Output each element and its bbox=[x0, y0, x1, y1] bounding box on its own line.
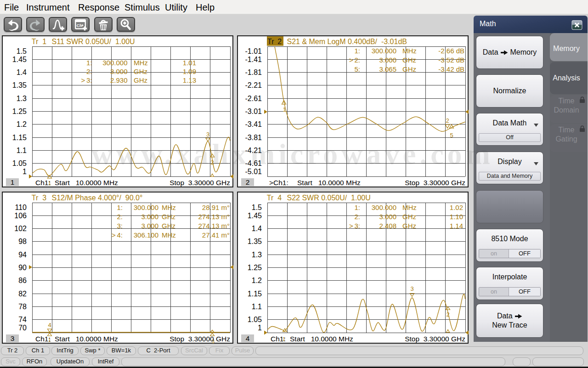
svg-text:1:: 1: bbox=[86, 59, 92, 67]
svg-text:4: 4 bbox=[48, 322, 51, 328]
svg-text:1.13: 1.13 bbox=[183, 76, 196, 84]
svg-text:5:: 5: bbox=[354, 65, 360, 73]
svg-text:-3.52 dB: -3.52 dB bbox=[438, 56, 464, 64]
svg-text:1.5: 1.5 bbox=[252, 204, 262, 211]
svg-text:1.05: 1.05 bbox=[12, 159, 27, 167]
svg-text:1.25: 1.25 bbox=[12, 108, 27, 115]
svg-text:Ch1:: Ch1: bbox=[271, 335, 286, 343]
svg-text:>: > bbox=[349, 56, 353, 64]
svg-text:-2.61: -2.61 bbox=[245, 95, 262, 102]
svg-text:1.2: 1.2 bbox=[17, 120, 27, 128]
svg-text:300.000: 300.000 bbox=[134, 204, 158, 211]
svg-text:S22 SWR 0.050U/ 1.00U: S22 SWR 0.050U/ 1.00U bbox=[287, 194, 371, 202]
svg-text:Start 10.0000 MHz: Start 10.0000 MHz bbox=[297, 179, 361, 187]
svg-text:74: 74 bbox=[18, 316, 27, 323]
svg-text:-2.66 dB: -2.66 dB bbox=[438, 47, 464, 55]
svg-text:2.408: 2.408 bbox=[379, 222, 396, 230]
svg-text:GHz: GHz bbox=[402, 56, 416, 64]
svg-text:27.41 m°: 27.41 m° bbox=[202, 231, 230, 239]
svg-text:90: 90 bbox=[18, 264, 27, 272]
svg-text:Ch1:: Ch1: bbox=[35, 179, 51, 187]
svg-text:1.01: 1.01 bbox=[183, 59, 196, 67]
svg-text:-3.42 dB: -3.42 dB bbox=[438, 65, 464, 73]
svg-text:98: 98 bbox=[18, 238, 27, 245]
svg-text:Stop 3.30000 GHz: Stop 3.30000 GHz bbox=[170, 179, 230, 187]
svg-text:GHz: GHz bbox=[134, 76, 147, 84]
svg-text:1.1: 1.1 bbox=[252, 303, 262, 311]
svg-text:S11 SWR 0.050U/ 1.00U: S11 SWR 0.050U/ 1.00U bbox=[52, 38, 135, 45]
svg-text:Start 10.0000 MHz: Start 10.0000 MHz bbox=[55, 179, 118, 187]
svg-text:1.45: 1.45 bbox=[248, 212, 262, 220]
svg-text:Ch1:: Ch1: bbox=[35, 335, 51, 343]
svg-text:MHz: MHz bbox=[162, 231, 176, 239]
svg-text:1:: 1: bbox=[117, 204, 123, 211]
svg-text:GHz: GHz bbox=[162, 213, 175, 221]
svg-text:1.25: 1.25 bbox=[248, 264, 262, 272]
svg-text:106: 106 bbox=[14, 212, 27, 220]
svg-text:1.05: 1.05 bbox=[248, 316, 262, 323]
svg-text:Start 10.0000 MHz: Start 10.0000 MHz bbox=[55, 335, 118, 343]
svg-text:1.5: 1.5 bbox=[17, 47, 27, 55]
svg-text:>: > bbox=[112, 231, 116, 239]
svg-text:1.15: 1.15 bbox=[12, 134, 27, 142]
svg-text:1:: 1: bbox=[354, 204, 360, 211]
svg-text:GHz: GHz bbox=[402, 222, 416, 230]
svg-text:Tr: Tr bbox=[32, 194, 39, 202]
svg-text:4: 4 bbox=[246, 334, 250, 342]
svg-text:MHz: MHz bbox=[402, 47, 417, 55]
svg-text:1.10: 1.10 bbox=[450, 213, 463, 221]
svg-text:1.15: 1.15 bbox=[248, 290, 262, 298]
svg-text:3: 3 bbox=[206, 131, 209, 138]
svg-text:2:: 2: bbox=[354, 56, 360, 64]
svg-text:94: 94 bbox=[18, 251, 27, 259]
svg-text:3.000: 3.000 bbox=[141, 213, 158, 221]
svg-text:110: 110 bbox=[15, 204, 27, 211]
svg-text:GHz: GHz bbox=[402, 65, 416, 73]
svg-text:1.4: 1.4 bbox=[17, 68, 27, 76]
svg-text:>: > bbox=[349, 222, 353, 230]
svg-text:78: 78 bbox=[18, 303, 27, 311]
svg-text:2.930: 2.930 bbox=[110, 76, 128, 84]
svg-text:3.000: 3.000 bbox=[379, 56, 396, 64]
svg-text:4:: 4: bbox=[117, 231, 123, 239]
svg-text:Stop 3.30000 GHz: Stop 3.30000 GHz bbox=[405, 179, 465, 187]
svg-text:3.000: 3.000 bbox=[141, 222, 158, 230]
svg-text:-3.01: -3.01 bbox=[245, 108, 262, 115]
svg-text:274.13 m°: 274.13 m° bbox=[198, 222, 230, 230]
svg-text:Start 10.0000 MHz: Start 10.0000 MHz bbox=[290, 335, 353, 343]
svg-text:3:: 3: bbox=[86, 76, 92, 84]
svg-text:-1.41: -1.41 bbox=[245, 56, 262, 63]
svg-text:1.35: 1.35 bbox=[12, 81, 27, 89]
svg-text:86: 86 bbox=[18, 277, 27, 284]
svg-text:300.000: 300.000 bbox=[102, 59, 127, 67]
svg-text:Tr: Tr bbox=[32, 38, 39, 45]
svg-text:2:: 2: bbox=[86, 68, 92, 75]
svg-text:>Ch1:: >Ch1: bbox=[269, 179, 288, 187]
svg-text:300.000: 300.000 bbox=[372, 47, 396, 55]
svg-text:3.000: 3.000 bbox=[110, 68, 128, 75]
svg-text:274.13 m°: 274.13 m° bbox=[198, 213, 230, 221]
svg-text:1: 1 bbox=[23, 168, 27, 176]
svg-text:28.91 m°: 28.91 m° bbox=[202, 204, 230, 211]
svg-text:Tr: Tr bbox=[267, 38, 274, 45]
svg-text:MHz: MHz bbox=[162, 204, 176, 211]
svg-text:1: 1 bbox=[42, 38, 46, 45]
svg-text:MHz: MHz bbox=[134, 59, 148, 67]
svg-text:-2.21: -2.21 bbox=[245, 81, 262, 89]
svg-text:3:: 3: bbox=[354, 222, 360, 230]
svg-text:Stop 3.30000 GHz: Stop 3.30000 GHz bbox=[405, 335, 465, 343]
svg-text:82: 82 bbox=[18, 290, 27, 298]
svg-text:1:: 1: bbox=[354, 47, 360, 55]
svg-text:300.000: 300.000 bbox=[372, 204, 396, 211]
svg-text:Tr: Tr bbox=[267, 194, 274, 202]
svg-text:2: 2 bbox=[446, 117, 449, 124]
svg-text:4: 4 bbox=[277, 194, 282, 202]
svg-text:3.000: 3.000 bbox=[379, 213, 396, 221]
svg-text:MHz: MHz bbox=[402, 204, 417, 211]
svg-text:1.1: 1.1 bbox=[17, 147, 27, 154]
svg-text:1.4: 1.4 bbox=[252, 225, 262, 232]
svg-text:-1.81: -1.81 bbox=[245, 68, 262, 76]
svg-text:2:: 2: bbox=[354, 213, 360, 221]
svg-text:2: 2 bbox=[446, 311, 449, 318]
svg-text:3.065: 3.065 bbox=[379, 65, 396, 73]
